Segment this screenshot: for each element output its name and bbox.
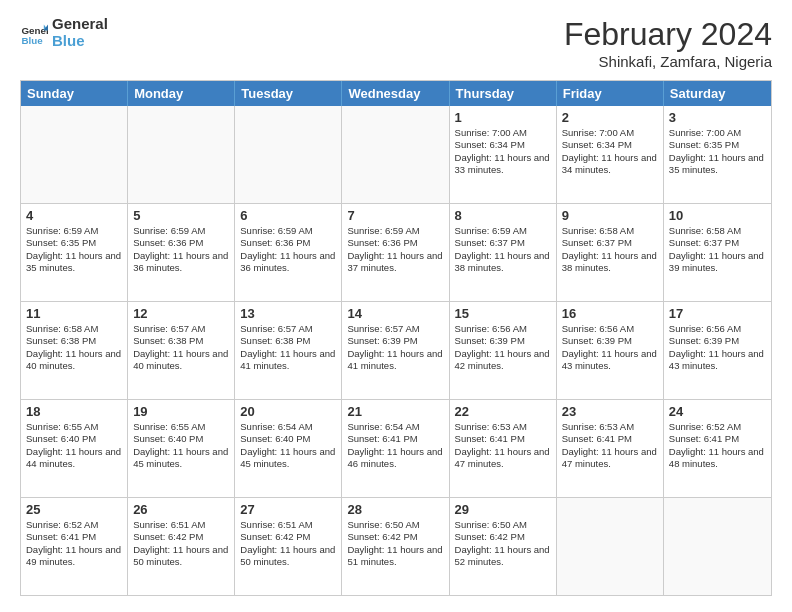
daylight-text: Daylight: 11 hours and 45 minutes. — [240, 446, 336, 471]
week-row-5: 25Sunrise: 6:52 AMSunset: 6:41 PMDayligh… — [21, 497, 771, 595]
sunset-text: Sunset: 6:42 PM — [455, 531, 551, 543]
sunset-text: Sunset: 6:42 PM — [347, 531, 443, 543]
daylight-text: Daylight: 11 hours and 47 minutes. — [562, 446, 658, 471]
daylight-text: Daylight: 11 hours and 44 minutes. — [26, 446, 122, 471]
day-number: 14 — [347, 306, 443, 321]
sunrise-text: Sunrise: 6:56 AM — [562, 323, 658, 335]
sunset-text: Sunset: 6:39 PM — [669, 335, 766, 347]
sunset-text: Sunset: 6:41 PM — [669, 433, 766, 445]
month-year: February 2024 — [564, 16, 772, 53]
cell-w4-d6: 23Sunrise: 6:53 AMSunset: 6:41 PMDayligh… — [557, 400, 664, 497]
daylight-text: Daylight: 11 hours and 52 minutes. — [455, 544, 551, 569]
day-number: 16 — [562, 306, 658, 321]
cell-w5-d4: 28Sunrise: 6:50 AMSunset: 6:42 PMDayligh… — [342, 498, 449, 595]
sunrise-text: Sunrise: 6:59 AM — [240, 225, 336, 237]
logo: General Blue General Blue — [20, 16, 108, 49]
sunset-text: Sunset: 6:37 PM — [455, 237, 551, 249]
day-number: 24 — [669, 404, 766, 419]
cell-w1-d1 — [21, 106, 128, 203]
header: General Blue General Blue February 2024 … — [20, 16, 772, 70]
week-row-4: 18Sunrise: 6:55 AMSunset: 6:40 PMDayligh… — [21, 399, 771, 497]
cell-w5-d3: 27Sunrise: 6:51 AMSunset: 6:42 PMDayligh… — [235, 498, 342, 595]
daylight-text: Daylight: 11 hours and 37 minutes. — [347, 250, 443, 275]
day-number: 21 — [347, 404, 443, 419]
daylight-text: Daylight: 11 hours and 36 minutes. — [133, 250, 229, 275]
sunrise-text: Sunrise: 6:54 AM — [240, 421, 336, 433]
cell-w3-d4: 14Sunrise: 6:57 AMSunset: 6:39 PMDayligh… — [342, 302, 449, 399]
sunset-text: Sunset: 6:41 PM — [347, 433, 443, 445]
calendar-header: Sunday Monday Tuesday Wednesday Thursday… — [21, 81, 771, 106]
cell-w4-d3: 20Sunrise: 6:54 AMSunset: 6:40 PMDayligh… — [235, 400, 342, 497]
day-number: 25 — [26, 502, 122, 517]
logo-general: General — [52, 16, 108, 33]
sunrise-text: Sunrise: 6:59 AM — [133, 225, 229, 237]
daylight-text: Daylight: 11 hours and 35 minutes. — [26, 250, 122, 275]
day-number: 5 — [133, 208, 229, 223]
cell-w2-d3: 6Sunrise: 6:59 AMSunset: 6:36 PMDaylight… — [235, 204, 342, 301]
cell-w4-d2: 19Sunrise: 6:55 AMSunset: 6:40 PMDayligh… — [128, 400, 235, 497]
daylight-text: Daylight: 11 hours and 38 minutes. — [455, 250, 551, 275]
cell-w1-d5: 1Sunrise: 7:00 AMSunset: 6:34 PMDaylight… — [450, 106, 557, 203]
sunset-text: Sunset: 6:39 PM — [455, 335, 551, 347]
logo-icon: General Blue — [20, 19, 48, 47]
sunrise-text: Sunrise: 6:58 AM — [562, 225, 658, 237]
cell-w2-d6: 9Sunrise: 6:58 AMSunset: 6:37 PMDaylight… — [557, 204, 664, 301]
sunset-text: Sunset: 6:38 PM — [240, 335, 336, 347]
daylight-text: Daylight: 11 hours and 41 minutes. — [240, 348, 336, 373]
daylight-text: Daylight: 11 hours and 43 minutes. — [562, 348, 658, 373]
sunset-text: Sunset: 6:37 PM — [562, 237, 658, 249]
day-number: 17 — [669, 306, 766, 321]
cell-w2-d7: 10Sunrise: 6:58 AMSunset: 6:37 PMDayligh… — [664, 204, 771, 301]
day-number: 7 — [347, 208, 443, 223]
cell-w4-d5: 22Sunrise: 6:53 AMSunset: 6:41 PMDayligh… — [450, 400, 557, 497]
week-row-2: 4Sunrise: 6:59 AMSunset: 6:35 PMDaylight… — [21, 203, 771, 301]
sunrise-text: Sunrise: 6:55 AM — [133, 421, 229, 433]
daylight-text: Daylight: 11 hours and 50 minutes. — [240, 544, 336, 569]
sunrise-text: Sunrise: 7:00 AM — [455, 127, 551, 139]
calendar: Sunday Monday Tuesday Wednesday Thursday… — [20, 80, 772, 596]
day-number: 3 — [669, 110, 766, 125]
daylight-text: Daylight: 11 hours and 48 minutes. — [669, 446, 766, 471]
day-number: 23 — [562, 404, 658, 419]
sunset-text: Sunset: 6:36 PM — [347, 237, 443, 249]
sunrise-text: Sunrise: 6:53 AM — [455, 421, 551, 433]
sunset-text: Sunset: 6:42 PM — [240, 531, 336, 543]
sunset-text: Sunset: 6:40 PM — [240, 433, 336, 445]
sunset-text: Sunset: 6:39 PM — [562, 335, 658, 347]
logo-blue: Blue — [52, 33, 108, 50]
sunset-text: Sunset: 6:37 PM — [669, 237, 766, 249]
day-number: 9 — [562, 208, 658, 223]
sunrise-text: Sunrise: 6:57 AM — [347, 323, 443, 335]
cell-w3-d1: 11Sunrise: 6:58 AMSunset: 6:38 PMDayligh… — [21, 302, 128, 399]
sunrise-text: Sunrise: 6:59 AM — [26, 225, 122, 237]
sunrise-text: Sunrise: 6:51 AM — [133, 519, 229, 531]
day-number: 22 — [455, 404, 551, 419]
daylight-text: Daylight: 11 hours and 38 minutes. — [562, 250, 658, 275]
sunset-text: Sunset: 6:36 PM — [133, 237, 229, 249]
daylight-text: Daylight: 11 hours and 51 minutes. — [347, 544, 443, 569]
daylight-text: Daylight: 11 hours and 34 minutes. — [562, 152, 658, 177]
sunset-text: Sunset: 6:40 PM — [26, 433, 122, 445]
week-row-3: 11Sunrise: 6:58 AMSunset: 6:38 PMDayligh… — [21, 301, 771, 399]
daylight-text: Daylight: 11 hours and 49 minutes. — [26, 544, 122, 569]
sunrise-text: Sunrise: 6:57 AM — [240, 323, 336, 335]
cell-w4-d1: 18Sunrise: 6:55 AMSunset: 6:40 PMDayligh… — [21, 400, 128, 497]
day-number: 27 — [240, 502, 336, 517]
day-number: 19 — [133, 404, 229, 419]
daylight-text: Daylight: 11 hours and 42 minutes. — [455, 348, 551, 373]
sunrise-text: Sunrise: 7:00 AM — [669, 127, 766, 139]
sunrise-text: Sunrise: 6:54 AM — [347, 421, 443, 433]
header-friday: Friday — [557, 81, 664, 106]
sunset-text: Sunset: 6:38 PM — [133, 335, 229, 347]
cell-w1-d3 — [235, 106, 342, 203]
sunset-text: Sunset: 6:36 PM — [240, 237, 336, 249]
day-number: 12 — [133, 306, 229, 321]
cell-w3-d5: 15Sunrise: 6:56 AMSunset: 6:39 PMDayligh… — [450, 302, 557, 399]
sunrise-text: Sunrise: 6:59 AM — [347, 225, 443, 237]
cell-w3-d3: 13Sunrise: 6:57 AMSunset: 6:38 PMDayligh… — [235, 302, 342, 399]
sunset-text: Sunset: 6:40 PM — [133, 433, 229, 445]
sunset-text: Sunset: 6:34 PM — [455, 139, 551, 151]
day-number: 10 — [669, 208, 766, 223]
daylight-text: Daylight: 11 hours and 43 minutes. — [669, 348, 766, 373]
day-number: 1 — [455, 110, 551, 125]
